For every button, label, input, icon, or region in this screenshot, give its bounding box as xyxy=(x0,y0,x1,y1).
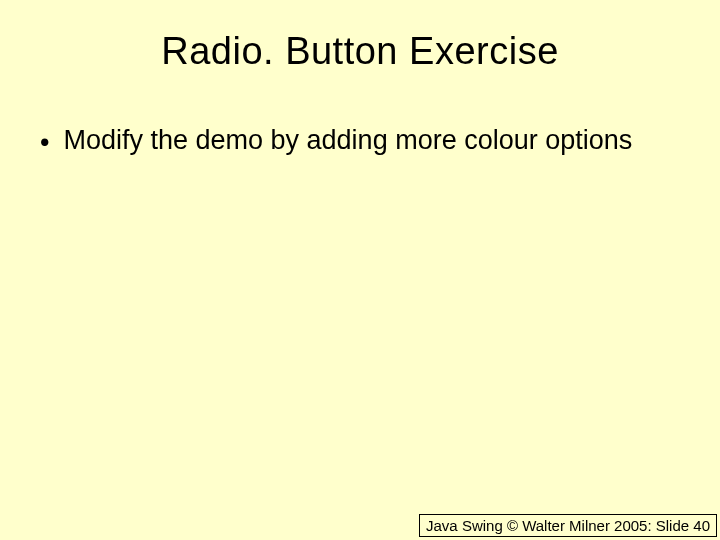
bullet-item: • Modify the demo by adding more colour … xyxy=(40,123,680,160)
slide-title: Radio. Button Exercise xyxy=(0,0,720,73)
bullet-text: Modify the demo by adding more colour op… xyxy=(63,123,680,158)
bullet-dot: • xyxy=(40,125,49,160)
slide-body: • Modify the demo by adding more colour … xyxy=(0,73,720,160)
slide-footer: Java Swing © Walter Milner 2005: Slide 4… xyxy=(419,514,717,537)
